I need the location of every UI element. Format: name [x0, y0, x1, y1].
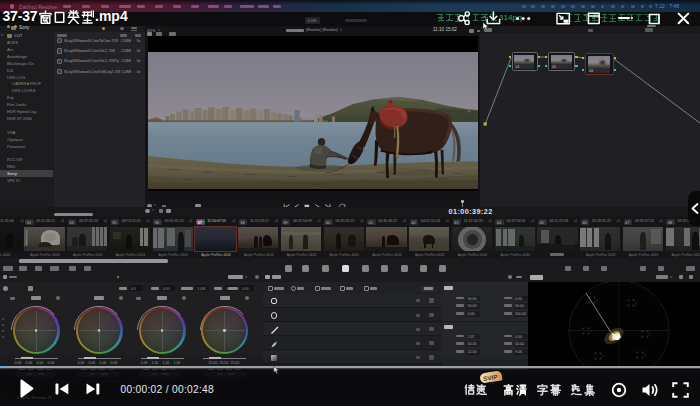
svg-text:q: q	[649, 332, 651, 336]
svg-text:q: q	[635, 301, 637, 305]
svg-text:q: q	[596, 298, 598, 302]
svg-text:q: q	[590, 329, 592, 333]
